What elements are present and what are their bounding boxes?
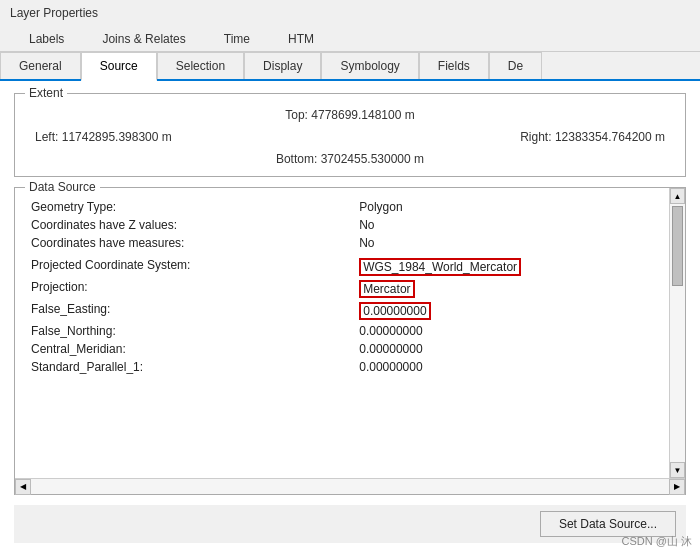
tab-source[interactable]: Source: [81, 52, 157, 81]
table-row: Coordinates have Z values: No: [27, 216, 673, 234]
tab-selection[interactable]: Selection: [157, 52, 244, 79]
tab-display[interactable]: Display: [244, 52, 321, 79]
top-label: Top:: [285, 108, 308, 122]
table-row-projection: Projection: Mercator: [27, 278, 673, 300]
row-key: Coordinates have measures:: [27, 234, 355, 252]
row-key-false-northing: False_Northing:: [27, 322, 355, 340]
row-value-projection: Mercator: [355, 278, 673, 300]
right-label: Right:: [520, 130, 551, 144]
row-value: No: [355, 234, 673, 252]
row-key-standard-parallel: Standard_Parallel_1:: [27, 358, 355, 376]
left-value: 11742895.398300 m: [62, 130, 172, 144]
row-value: No: [355, 216, 673, 234]
bottom-value: 3702455.530000 m: [321, 152, 424, 166]
extent-legend: Extent: [25, 86, 67, 100]
tab-fields[interactable]: Fields: [419, 52, 489, 79]
table-row: Coordinates have measures: No: [27, 234, 673, 252]
tab-symbology[interactable]: Symbology: [321, 52, 418, 79]
highlight-false-easting: 0.00000000: [359, 302, 430, 320]
row-value-pcs: WGS_1984_World_Mercator: [355, 256, 673, 278]
extent-right: Right: 12383354.764200 m: [350, 130, 669, 144]
row-key-false-easting: False_Easting:: [27, 300, 355, 322]
extent-section: Extent Top: 4778699.148100 m Left: 11742…: [14, 93, 686, 177]
top-tab-bar: Labels Joins & Relates Time HTM: [0, 26, 700, 52]
tab-de[interactable]: De: [489, 52, 542, 79]
tab-htm[interactable]: HTM: [269, 26, 333, 51]
scroll-up-arrow[interactable]: ▲: [670, 188, 685, 204]
scroll-thumb[interactable]: [672, 206, 683, 286]
table-row-false-easting: False_Easting: 0.00000000: [27, 300, 673, 322]
tab-general[interactable]: General: [0, 52, 81, 79]
right-value: 12383354.764200 m: [555, 130, 665, 144]
extent-grid: Top: 4778699.148100 m Left: 11742895.398…: [31, 108, 669, 166]
watermark: CSDN @山 沐: [622, 534, 692, 549]
extent-left: Left: 11742895.398300 m: [31, 130, 350, 144]
tab-labels[interactable]: Labels: [10, 26, 83, 51]
row-value: Polygon: [355, 198, 673, 216]
title-bar: Layer Properties: [0, 0, 700, 26]
row-key: Coordinates have Z values:: [27, 216, 355, 234]
table-row-false-northing: False_Northing: 0.00000000: [27, 322, 673, 340]
table-row-central-meridian: Central_Meridian: 0.00000000: [27, 340, 673, 358]
scroll-left-arrow[interactable]: ◀: [15, 479, 31, 495]
top-value: 4778699.148100 m: [311, 108, 414, 122]
row-value-false-northing: 0.00000000: [355, 322, 673, 340]
extent-top: Top: 4778699.148100 m: [31, 108, 669, 126]
left-label: Left:: [35, 130, 58, 144]
window-title: Layer Properties: [10, 6, 98, 20]
table-row: Geometry Type: Polygon: [27, 198, 673, 216]
scroll-track[interactable]: [670, 204, 685, 462]
tab-joins-relates[interactable]: Joins & Relates: [83, 26, 204, 51]
row-value-false-easting: 0.00000000: [355, 300, 673, 322]
layer-properties-window: Layer Properties Labels Joins & Relates …: [0, 0, 700, 555]
tab-time[interactable]: Time: [205, 26, 269, 51]
extent-bottom: Bottom: 3702455.530000 m: [31, 148, 669, 166]
h-scroll-track[interactable]: [31, 479, 669, 494]
bottom-tab-bar: General Source Selection Display Symbolo…: [0, 52, 700, 81]
main-content: Extent Top: 4778699.148100 m Left: 11742…: [0, 81, 700, 555]
vertical-scrollbar[interactable]: ▲ ▼: [669, 188, 685, 478]
datasource-section: Data Source Geometry Type: Polygon Coord…: [14, 187, 686, 495]
highlight-projection: Mercator: [359, 280, 414, 298]
horizontal-scrollbar[interactable]: ◀ ▶: [15, 478, 685, 494]
row-key-pcs: Projected Coordinate System:: [27, 256, 355, 278]
table-row-standard-parallel: Standard_Parallel_1: 0.00000000: [27, 358, 673, 376]
scroll-down-arrow[interactable]: ▼: [670, 462, 685, 478]
bottom-label: Bottom:: [276, 152, 317, 166]
table-row-pcs: Projected Coordinate System: WGS_1984_Wo…: [27, 256, 673, 278]
row-key: Geometry Type:: [27, 198, 355, 216]
row-key-central-meridian: Central_Meridian:: [27, 340, 355, 358]
datasource-content: Geometry Type: Polygon Coordinates have …: [15, 188, 685, 478]
scroll-right-arrow[interactable]: ▶: [669, 479, 685, 495]
row-value-standard-parallel: 0.00000000: [355, 358, 673, 376]
row-value-central-meridian: 0.00000000: [355, 340, 673, 358]
highlight-pcs: WGS_1984_World_Mercator: [359, 258, 521, 276]
datasource-table: Geometry Type: Polygon Coordinates have …: [27, 198, 673, 376]
footer: Set Data Source...: [14, 505, 686, 543]
row-key-projection: Projection:: [27, 278, 355, 300]
